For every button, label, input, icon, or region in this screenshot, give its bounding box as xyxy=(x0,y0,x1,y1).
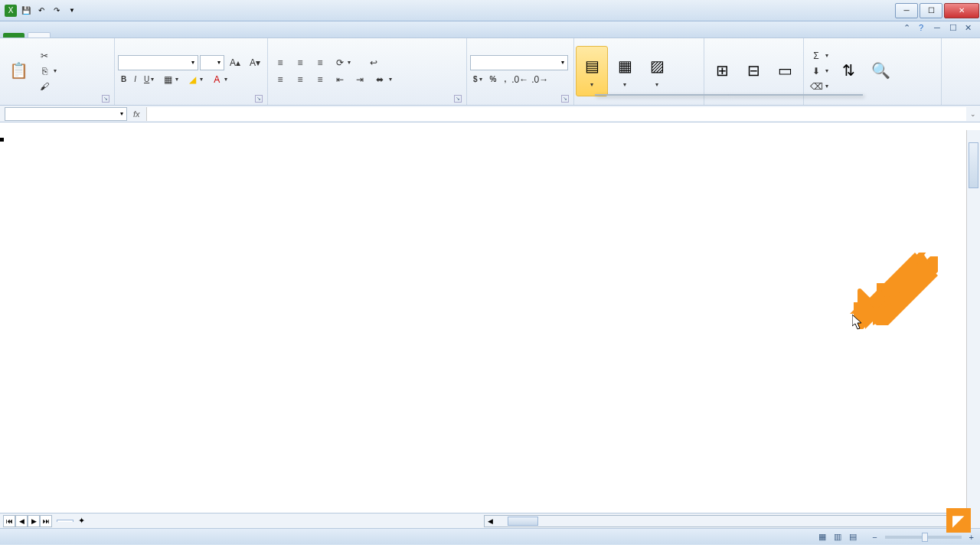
underline-button[interactable]: U▾ xyxy=(141,73,157,85)
insert-cells-button[interactable]: ⊞ xyxy=(707,46,737,96)
name-box[interactable]: ▾ xyxy=(5,107,127,121)
tab-formulas[interactable] xyxy=(93,33,115,37)
increase-decimal-button[interactable]: .0← xyxy=(511,72,529,87)
align-center-icon: ≡ xyxy=(294,73,306,86)
find-select-button[interactable]: 🔍 xyxy=(865,46,896,96)
hscroll-thumb[interactable] xyxy=(508,517,538,526)
dialog-launcher-icon[interactable]: ↘ xyxy=(102,95,109,103)
tab-view[interactable] xyxy=(158,33,179,37)
help-icon[interactable]: ? xyxy=(919,23,929,34)
horizontal-scrollbar[interactable]: ◀ ▶ xyxy=(484,515,966,527)
delete-cells-button[interactable]: ⊟ xyxy=(739,46,769,96)
number-format-select[interactable]: ▾ xyxy=(470,55,568,70)
formula-expand-icon[interactable]: ⌄ xyxy=(966,110,980,118)
format-as-table-button[interactable]: ▦▾ xyxy=(609,46,640,96)
sheet-nav-prev[interactable]: ◀ xyxy=(15,515,28,527)
autosum-button[interactable]: Σ▾ xyxy=(807,48,831,64)
align-left-button[interactable]: ≡ xyxy=(271,72,289,87)
font-size-select[interactable]: ▾ xyxy=(200,55,224,70)
conditional-formatting-button[interactable]: ▤▾ xyxy=(576,46,608,96)
decrease-indent-button[interactable]: ⇤ xyxy=(331,72,349,87)
comma-button[interactable]: , xyxy=(501,73,509,85)
shrink-font-button[interactable]: A▾ xyxy=(246,55,264,70)
increase-indent-button[interactable]: ⇥ xyxy=(351,72,369,87)
orientation-button[interactable]: ⟳▾ xyxy=(331,55,354,70)
group-number: ▾ $▾ % , .0← .0→ ↘ xyxy=(467,38,574,105)
dialog-launcher-icon[interactable]: ↘ xyxy=(255,95,263,103)
paste-button[interactable]: 📋 xyxy=(3,46,34,96)
tab-data[interactable] xyxy=(115,33,136,37)
tab-review[interactable] xyxy=(136,33,158,37)
cut-button[interactable]: ✂ xyxy=(35,48,60,64)
percent-button[interactable]: % xyxy=(487,73,500,85)
save-icon[interactable]: 💾 xyxy=(20,5,32,17)
currency-button[interactable]: $▾ xyxy=(470,73,485,85)
align-top-icon: ≡ xyxy=(274,57,286,69)
clear-button[interactable]: ⌫▾ xyxy=(807,79,831,94)
undo-icon[interactable]: ↶ xyxy=(35,5,47,17)
format-painter-button[interactable]: 🖌 xyxy=(35,79,60,94)
format-cells-button[interactable]: ▭ xyxy=(770,46,800,96)
font-color-button[interactable]: A▾ xyxy=(207,72,230,87)
minimize-button[interactable]: ─ xyxy=(895,3,918,18)
new-sheet-icon[interactable]: ✦ xyxy=(74,516,89,526)
window-restore-icon[interactable]: ☐ xyxy=(949,23,960,34)
highlight-cells-rules-submenu xyxy=(729,94,863,96)
zoom-slider[interactable] xyxy=(885,536,962,539)
align-right-button[interactable]: ≡ xyxy=(311,72,329,87)
bold-button[interactable]: B xyxy=(118,73,129,85)
cell-styles-button[interactable]: ▨▾ xyxy=(642,46,672,96)
font-name-select[interactable]: ▾ xyxy=(118,55,198,70)
view-page-layout-icon[interactable]: ▥ xyxy=(834,532,841,542)
dialog-launcher-icon[interactable]: ↘ xyxy=(561,95,569,103)
align-bottom-button[interactable]: ≡ xyxy=(311,55,329,70)
file-tab[interactable] xyxy=(3,33,24,37)
cell-styles-icon: ▨ xyxy=(645,54,669,78)
fill-color-icon: ◢ xyxy=(186,73,198,86)
sheet-nav-last[interactable]: ⏭ xyxy=(40,515,52,527)
align-middle-button[interactable]: ≡ xyxy=(291,55,309,70)
align-right-icon: ≡ xyxy=(314,73,326,86)
grow-font-button[interactable]: A▴ xyxy=(226,55,244,70)
borders-button[interactable]: ▦▾ xyxy=(158,72,181,87)
decrease-decimal-icon: .0→ xyxy=(534,73,546,86)
minimize-ribbon-icon[interactable]: ⌃ xyxy=(903,23,914,34)
window-close-icon[interactable]: ✕ xyxy=(965,23,975,34)
sort-filter-button[interactable]: ⇅ xyxy=(833,46,864,96)
align-top-button[interactable]: ≡ xyxy=(271,55,289,70)
excel-icon: X xyxy=(5,5,17,17)
view-page-break-icon[interactable]: ▤ xyxy=(849,532,857,542)
close-button[interactable]: ✕ xyxy=(944,3,979,18)
sheet-tab[interactable] xyxy=(57,520,74,522)
zoom-in-icon[interactable]: + xyxy=(969,533,974,542)
zoom-out-icon[interactable]: − xyxy=(872,533,877,542)
sheet-nav-first[interactable]: ⏮ xyxy=(3,515,15,527)
tab-home[interactable] xyxy=(28,32,51,37)
sheet-nav-next[interactable]: ▶ xyxy=(28,515,40,527)
tab-insert[interactable] xyxy=(51,33,72,37)
maximize-button[interactable]: ☐ xyxy=(920,3,942,18)
window-minimize-icon[interactable]: ─ xyxy=(934,23,945,34)
delete-cells-icon: ⊟ xyxy=(742,58,766,83)
formula-bar[interactable] xyxy=(146,107,966,121)
qat-dropdown-icon[interactable]: ▼ xyxy=(66,5,78,17)
group-label xyxy=(576,102,702,103)
dialog-launcher-icon[interactable]: ↘ xyxy=(454,95,462,103)
decrease-decimal-button[interactable]: .0→ xyxy=(531,72,549,87)
align-center-button[interactable]: ≡ xyxy=(291,72,309,87)
paste-icon: 📋 xyxy=(6,58,31,83)
copy-button[interactable]: ⎘▾ xyxy=(35,64,60,79)
fill-button[interactable]: ⬇▾ xyxy=(807,64,831,79)
tab-page-layout[interactable] xyxy=(72,33,93,37)
merge-center-button[interactable]: ⬌▾ xyxy=(371,72,395,87)
vertical-scrollbar[interactable] xyxy=(966,130,980,519)
fx-icon[interactable]: fx xyxy=(127,109,146,119)
window-buttons: ─ ☐ ✕ xyxy=(894,3,980,18)
wrap-text-button[interactable]: ↩ xyxy=(364,55,384,70)
view-normal-icon[interactable]: ▦ xyxy=(818,532,826,542)
status-bar: ▦ ▥ ▤ − + xyxy=(0,528,980,545)
redo-icon[interactable]: ↷ xyxy=(51,5,63,17)
italic-button[interactable]: I xyxy=(131,73,139,85)
align-bottom-icon: ≡ xyxy=(314,57,326,69)
fill-color-button[interactable]: ◢▾ xyxy=(183,72,206,87)
